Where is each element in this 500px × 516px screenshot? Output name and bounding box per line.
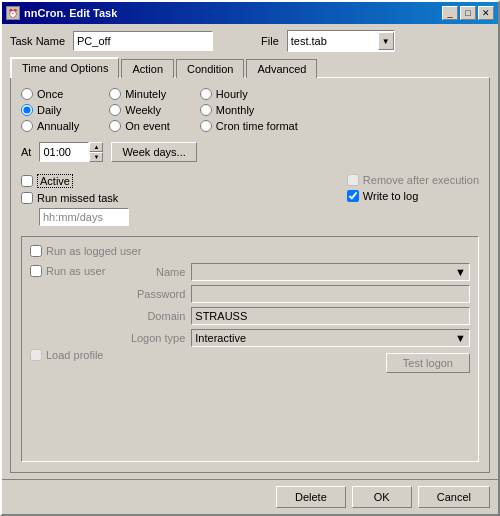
test-logon-wrapper: Test logon xyxy=(115,351,470,373)
title-bar: ⏰ nnCron. Edit Task _ □ ✕ xyxy=(2,2,498,24)
options-right: Remove after execution Write to log xyxy=(347,174,479,226)
radio-cron-label: Cron time format xyxy=(216,120,298,132)
radio-annually-input[interactable] xyxy=(21,120,33,132)
tab-advanced[interactable]: Advanced xyxy=(246,59,317,78)
file-dropdown-arrow[interactable]: ▼ xyxy=(378,32,394,50)
time-spinner: 01:00 ▲ ▼ xyxy=(39,142,103,162)
run-missed-label: Run missed task xyxy=(37,192,118,204)
tabs-container: Time and Options Action Condition Advanc… xyxy=(10,56,490,473)
domain-row: Domain STRAUSS xyxy=(115,307,470,325)
time-input[interactable]: 01:00 xyxy=(39,142,89,162)
time-down-arrow[interactable]: ▼ xyxy=(89,152,103,162)
week-days-button[interactable]: Week days... xyxy=(111,142,196,162)
file-dropdown[interactable]: test.tab xyxy=(288,31,378,51)
run-missed-checkbox[interactable] xyxy=(21,192,33,204)
load-profile-row: Load profile xyxy=(30,349,105,361)
radio-on-event-label: On event xyxy=(125,120,170,132)
remove-label: Remove after execution xyxy=(363,174,479,186)
write-log-checkbox-row: Write to log xyxy=(347,190,479,202)
radio-monthly-input[interactable] xyxy=(200,104,212,116)
radio-cron: Cron time format xyxy=(200,120,298,132)
password-input[interactable] xyxy=(191,285,470,303)
domain-label: Domain xyxy=(115,310,185,322)
close-button[interactable]: ✕ xyxy=(478,6,494,20)
run-as-logged-label: Run as logged user xyxy=(46,245,141,257)
delete-button[interactable]: Delete xyxy=(276,486,346,508)
radio-daily-label: Daily xyxy=(37,104,61,116)
radio-on-event-input[interactable] xyxy=(109,120,121,132)
tabs-header: Time and Options Action Condition Advanc… xyxy=(10,56,490,77)
task-name-row: Task Name File test.tab ▼ xyxy=(10,30,490,52)
domain-input[interactable]: STRAUSS xyxy=(191,307,470,325)
spacer2 xyxy=(30,303,105,321)
tab-content: Once Daily Annually xyxy=(10,77,490,473)
remove-checkbox-row: Remove after execution xyxy=(347,174,479,186)
radio-once: Once xyxy=(21,88,79,100)
tab-condition[interactable]: Condition xyxy=(176,59,244,78)
radio-annually: Annually xyxy=(21,120,79,132)
schedule-col1: Once Daily Annually xyxy=(21,88,79,132)
load-profile-checkbox xyxy=(30,349,42,361)
radio-annually-label: Annually xyxy=(37,120,79,132)
schedule-col2: Minutely Weekly On event xyxy=(109,88,170,132)
user-form-area: Run as user Load profile xyxy=(30,263,470,373)
logon-type-label: Logon type xyxy=(115,332,185,344)
password-row: Password xyxy=(115,285,470,303)
bottom-bar: Delete OK Cancel xyxy=(2,479,498,514)
radio-hourly: Hourly xyxy=(200,88,298,100)
tab-action[interactable]: Action xyxy=(121,59,174,78)
time-up-arrow[interactable]: ▲ xyxy=(89,142,103,152)
spacer3 xyxy=(30,325,105,343)
radio-minutely-input[interactable] xyxy=(109,88,121,100)
remove-checkbox xyxy=(347,174,359,186)
tab-time-options[interactable]: Time and Options xyxy=(10,57,119,78)
task-name-label: Task Name xyxy=(10,35,65,47)
radio-weekly-label: Weekly xyxy=(125,104,161,116)
run-missed-checkbox-row: Run missed task xyxy=(21,192,129,204)
logon-type-arrow: ▼ xyxy=(455,332,466,344)
logon-type-row: Logon type Interactive ▼ xyxy=(115,329,470,347)
name-arrow: ▼ xyxy=(455,266,466,278)
user-panel: Run as logged user Run as user xyxy=(21,236,479,462)
time-spinner-arrows: ▲ ▼ xyxy=(89,142,103,162)
name-dropdown[interactable]: ▼ xyxy=(191,263,470,281)
task-name-input[interactable] xyxy=(73,31,213,51)
run-as-logged-row: Run as logged user xyxy=(30,245,470,257)
spacer1 xyxy=(30,281,105,299)
ok-button[interactable]: OK xyxy=(352,486,412,508)
schedule-col3: Hourly Monthly Cron time format xyxy=(200,88,298,132)
radio-daily: Daily xyxy=(21,104,79,116)
radio-once-label: Once xyxy=(37,88,63,100)
at-row: At 01:00 ▲ ▼ Week days... xyxy=(21,142,479,162)
minimize-button[interactable]: _ xyxy=(442,6,458,20)
active-checkbox-row: Active xyxy=(21,174,129,188)
logon-type-dropdown[interactable]: Interactive ▼ xyxy=(191,329,470,347)
run-as-user-col: Run as user Load profile xyxy=(30,263,105,373)
cancel-button[interactable]: Cancel xyxy=(418,486,490,508)
radio-weekly: Weekly xyxy=(109,104,170,116)
radio-hourly-input[interactable] xyxy=(200,88,212,100)
radio-monthly: Monthly xyxy=(200,104,298,116)
test-logon-button[interactable]: Test logon xyxy=(386,353,470,373)
load-profile-label: Load profile xyxy=(46,349,104,361)
radio-minutely: Minutely xyxy=(109,88,170,100)
radio-hourly-label: Hourly xyxy=(216,88,248,100)
run-as-logged-checkbox[interactable] xyxy=(30,245,42,257)
domain-value: STRAUSS xyxy=(195,310,247,322)
run-as-user-label: Run as user xyxy=(46,265,105,277)
run-as-user-row: Run as user xyxy=(30,265,105,277)
hhmm-input: hh:mm/days xyxy=(39,208,129,226)
options-left: Active Run missed task hh:mm/days xyxy=(21,174,129,226)
active-checkbox[interactable] xyxy=(21,175,33,187)
radio-once-input[interactable] xyxy=(21,88,33,100)
name-label: Name xyxy=(115,266,185,278)
radio-daily-input[interactable] xyxy=(21,104,33,116)
run-as-user-checkbox[interactable] xyxy=(30,265,42,277)
radio-cron-input[interactable] xyxy=(200,120,212,132)
content-area: Task Name File test.tab ▼ Time and Optio… xyxy=(2,24,498,479)
radio-weekly-input[interactable] xyxy=(109,104,121,116)
write-log-checkbox[interactable] xyxy=(347,190,359,202)
maximize-button[interactable]: □ xyxy=(460,6,476,20)
radio-monthly-label: Monthly xyxy=(216,104,255,116)
file-label: File xyxy=(261,35,279,47)
